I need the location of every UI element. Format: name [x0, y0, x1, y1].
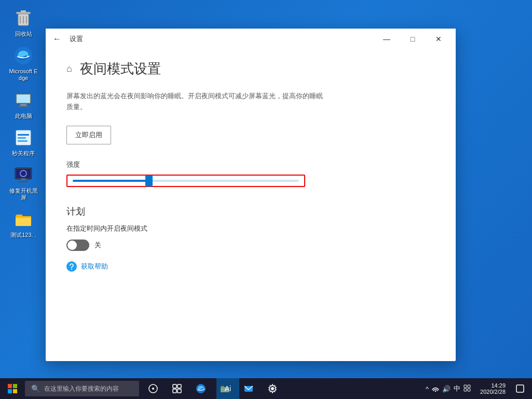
- task-manager-label: 秒关程序: [12, 150, 35, 157]
- enable-now-button[interactable]: 立即启用: [66, 126, 111, 144]
- taskbar-right: ^ 🔊 中: [421, 378, 532, 399]
- svg-rect-31: [178, 389, 181, 393]
- start-button[interactable]: [0, 378, 25, 399]
- svg-point-21: [71, 269, 72, 270]
- window-content: ⌂ 夜间模式设置 屏幕发出的蓝光会在夜间影响你的睡眠。开启夜间模式可减少屏幕蓝光…: [46, 49, 456, 361]
- svg-rect-24: [8, 389, 12, 393]
- toggle-state-label: 关: [94, 241, 101, 250]
- edge-label: Microsoft Edge: [8, 68, 39, 82]
- svg-point-27: [152, 388, 154, 390]
- svg-rect-5: [21, 10, 26, 12]
- svg-rect-12: [18, 134, 29, 136]
- svg-rect-9: [20, 104, 26, 106]
- intensity-label: 强度: [66, 160, 435, 169]
- search-placeholder: 在这里输入你要搜索的内容: [44, 384, 119, 393]
- fix-screen-label: 修复开机黑屏: [8, 188, 39, 201]
- task-manager-icon[interactable]: 秒关程序: [5, 125, 42, 159]
- night-mode-toggle-row: 关: [66, 240, 435, 251]
- slider-thumb[interactable]: [145, 175, 153, 187]
- test-folder-icon[interactable]: 测试123. .: [5, 206, 42, 241]
- svg-rect-36: [464, 385, 467, 388]
- clock-date: 2020/2/28: [480, 389, 506, 395]
- svg-rect-19: [19, 181, 28, 182]
- titlebar-controls: — □ ✕: [375, 31, 451, 47]
- clock-time: 14:29: [491, 382, 506, 389]
- notification-button[interactable]: [511, 378, 529, 399]
- slider-fill: [73, 180, 147, 182]
- svg-rect-39: [468, 389, 470, 391]
- settings-taskbar-button[interactable]: [261, 378, 284, 399]
- help-row: 获取帮助: [66, 261, 435, 272]
- taskbar-search[interactable]: 🔍 在这里输入你要搜索的内容: [25, 381, 139, 396]
- close-button[interactable]: ✕: [427, 31, 451, 47]
- svg-rect-8: [17, 95, 30, 103]
- svg-rect-40: [516, 385, 524, 392]
- edge-taskbar-button[interactable]: [189, 378, 212, 399]
- svg-point-34: [271, 387, 274, 390]
- page-description: 屏幕发出的蓝光会在夜间影响你的睡眠。开启夜间模式可减少屏幕蓝光，提高你的睡眠质量…: [66, 91, 326, 113]
- desktop-icons: 回收站 Microsoft Edge: [5, 5, 42, 242]
- chevron-up-icon[interactable]: ^: [426, 385, 429, 393]
- svg-rect-37: [468, 385, 470, 388]
- intensity-slider-track[interactable]: [73, 180, 299, 182]
- svg-rect-28: [173, 384, 176, 388]
- system-tray: ^ 🔊 中: [421, 384, 475, 393]
- intensity-slider-container: [66, 175, 305, 187]
- multitask-button[interactable]: [166, 378, 188, 399]
- ime-indicator[interactable]: Ai: [216, 378, 239, 399]
- minimize-button[interactable]: —: [375, 31, 399, 47]
- back-button[interactable]: ←: [51, 32, 63, 46]
- svg-rect-38: [464, 389, 467, 391]
- keyboard-layout-icon[interactable]: [463, 384, 471, 393]
- volume-icon[interactable]: 🔊: [442, 385, 451, 393]
- page-title: 夜间模式设置: [80, 60, 161, 78]
- plan-schedule-label: 在指定时间内开启夜间模式: [66, 224, 435, 233]
- task-view-button[interactable]: [142, 378, 165, 399]
- edge-icon[interactable]: Microsoft Edge: [5, 43, 42, 84]
- this-pc-label: 此电脑: [15, 113, 32, 119]
- plan-title: 计划: [66, 205, 435, 218]
- desktop: 回收站 Microsoft Edge: [0, 0, 532, 399]
- svg-rect-29: [178, 384, 181, 388]
- svg-rect-23: [13, 384, 17, 388]
- svg-rect-22: [8, 384, 12, 388]
- ime-lang-icon[interactable]: 中: [454, 384, 460, 393]
- taskbar-search-icon: 🔍: [31, 384, 40, 393]
- svg-rect-13: [18, 137, 26, 139]
- mail-button[interactable]: [237, 378, 260, 399]
- network-icon[interactable]: [432, 384, 439, 393]
- page-header: ⌂ 夜间模式设置: [66, 60, 435, 78]
- window-title: 设置: [70, 34, 83, 44]
- test-folder-label: 测试123. .: [10, 232, 36, 238]
- svg-point-35: [435, 390, 436, 391]
- maximize-button[interactable]: □: [401, 31, 425, 47]
- window-titlebar: ← 设置 — □ ✕: [46, 29, 456, 49]
- titlebar-left: ← 设置: [51, 32, 83, 46]
- recycle-bin-label: 回收站: [15, 31, 32, 37]
- night-mode-toggle[interactable]: [66, 240, 89, 251]
- svg-rect-14: [18, 140, 28, 142]
- this-pc-icon[interactable]: 此电脑: [5, 87, 42, 122]
- help-link[interactable]: 获取帮助: [81, 262, 108, 271]
- clock[interactable]: 14:29 2020/2/28: [476, 382, 510, 395]
- toggle-knob: [67, 241, 77, 250]
- settings-window: ← 设置 — □ ✕ ⌂ 夜间模式设置: [46, 29, 456, 361]
- help-icon: [66, 261, 77, 272]
- svg-rect-25: [13, 389, 17, 393]
- taskbar-apps: [142, 378, 284, 399]
- recycle-bin-icon[interactable]: 回收站: [5, 5, 42, 40]
- svg-rect-30: [173, 389, 176, 393]
- fix-screen-icon[interactable]: 修复开机黑屏: [5, 162, 42, 204]
- taskbar: 🔍 在这里输入你要搜索的内容: [0, 378, 532, 399]
- svg-rect-10: [18, 106, 29, 107]
- home-icon[interactable]: ⌂: [66, 63, 72, 74]
